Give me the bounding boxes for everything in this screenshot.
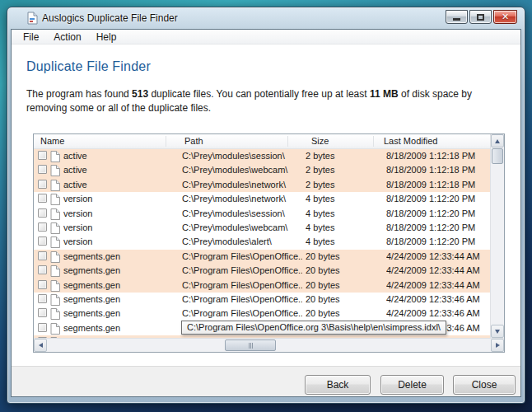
file-name: segments.gen xyxy=(63,294,179,304)
row-checkbox[interactable] xyxy=(38,323,47,332)
table-row[interactable]: segments.gen C:\Program Files\OpenOffice… xyxy=(34,307,490,321)
file-size: 20 bytes xyxy=(306,308,380,318)
table-row[interactable]: segments.gen C:\Program Files\OpenOffice… xyxy=(34,293,490,307)
file-modified: 8/18/2009 1:12:18 PM xyxy=(386,180,490,190)
file-path: C:\Program Files\OpenOffice.... xyxy=(182,265,302,275)
file-icon xyxy=(50,180,60,193)
table-header: Name Path Size Last Modified xyxy=(34,134,490,149)
app-window: Auslogics Duplicate File Finder ✕ File A… xyxy=(7,7,525,404)
file-icon xyxy=(50,294,60,307)
table-row[interactable]: segments.gen C:\Program Files\OpenOffice… xyxy=(34,264,490,278)
file-path: C:\Prey\modules\alert\ xyxy=(182,236,302,246)
row-checkbox[interactable] xyxy=(38,280,47,289)
row-checkbox[interactable] xyxy=(38,194,47,203)
file-modified: 8/18/2009 1:12:20 PM xyxy=(386,194,490,204)
column-header-path[interactable]: Path xyxy=(184,136,203,146)
row-checkbox[interactable] xyxy=(38,165,47,174)
horizontal-scrollbar[interactable] xyxy=(34,338,504,352)
file-path: C:\Program Files\OpenOffice.... xyxy=(182,251,302,261)
arrow-up-icon xyxy=(495,139,500,143)
row-checkbox[interactable] xyxy=(38,208,47,218)
row-checkbox[interactable] xyxy=(38,265,47,274)
file-icon xyxy=(50,151,60,164)
column-header-name[interactable]: Name xyxy=(40,136,64,146)
table-row[interactable]: version C:\Prey\modules\alert\ 4 bytes 8… xyxy=(34,235,490,249)
maximize-button[interactable] xyxy=(469,10,492,24)
column-divider[interactable] xyxy=(287,136,288,147)
page-title: Duplicate File Finder xyxy=(26,59,151,74)
file-size: 2 bytes xyxy=(306,165,380,175)
minimize-button[interactable] xyxy=(446,10,468,24)
title-bar[interactable]: Auslogics Duplicate File Finder ✕ xyxy=(7,7,525,29)
path-tooltip: C:\Program Files\OpenOffice.org 3\Basis\… xyxy=(181,321,446,335)
app-icon xyxy=(26,12,39,28)
file-path: C:\Prey\modules\network\ xyxy=(182,180,302,190)
file-icon xyxy=(50,280,60,293)
file-path: C:\Prey\modules\network\ xyxy=(182,194,302,204)
delete-button[interactable]: Delete xyxy=(380,375,444,395)
scroll-up-button[interactable] xyxy=(491,134,504,147)
file-icon xyxy=(50,251,60,265)
file-name: active xyxy=(63,165,179,175)
file-path: C:\Prey\modules\webcam\ xyxy=(182,165,302,175)
file-size: 20 bytes xyxy=(306,280,380,290)
file-name: segments.gen xyxy=(63,308,179,318)
scroll-right-button[interactable] xyxy=(491,339,504,352)
file-modified: 8/18/2009 1:12:20 PM xyxy=(386,222,490,232)
file-name: version xyxy=(63,222,179,232)
table-row[interactable]: segments.gen C:\Program Files\OpenOffice… xyxy=(34,250,490,264)
file-size: 4 bytes xyxy=(306,222,380,232)
row-checkbox[interactable] xyxy=(38,308,47,317)
file-modified: 4/24/2009 12:33:46 AM xyxy=(386,308,490,318)
file-icon xyxy=(50,236,60,250)
table-row[interactable]: active C:\Prey\modules\network\ 2 bytes … xyxy=(34,178,490,192)
menu-action[interactable]: Action xyxy=(47,30,87,44)
summary-text: The program has found 513 duplicate file… xyxy=(26,87,509,115)
scroll-down-button[interactable] xyxy=(491,325,504,338)
scroll-left-button[interactable] xyxy=(34,339,47,352)
window-title: Auslogics Duplicate File Finder xyxy=(42,12,178,24)
file-size: 4 bytes xyxy=(306,208,380,218)
close-dialog-button[interactable]: Close xyxy=(453,375,516,395)
file-modified: 4/24/2009 12:33:46 AM xyxy=(386,294,490,304)
back-button[interactable]: Back xyxy=(305,375,371,395)
column-divider[interactable] xyxy=(166,136,166,147)
table-row[interactable]: version C:\Prey\modules\webcam\ 4 bytes … xyxy=(34,221,490,235)
file-modified: 8/18/2009 1:12:20 PM xyxy=(386,208,490,218)
file-name: version xyxy=(63,208,179,218)
row-checkbox[interactable] xyxy=(38,180,47,189)
file-size: 4 bytes xyxy=(306,236,380,246)
file-name: segments.gen xyxy=(63,323,179,333)
horizontal-scroll-thumb[interactable] xyxy=(225,339,276,351)
file-modified: 4/24/2009 12:33:44 AM xyxy=(386,265,490,275)
close-button[interactable]: ✕ xyxy=(493,10,517,24)
file-path: C:\Prey\modules\webcam\ xyxy=(182,222,302,232)
column-header-size[interactable]: Size xyxy=(311,136,329,146)
file-path: C:\Prey\modules\session\ xyxy=(182,208,302,218)
file-name: active xyxy=(63,180,179,190)
duplicate-count: 513 xyxy=(132,88,148,100)
vertical-scrollbar[interactable] xyxy=(490,134,504,338)
file-name: segments.gen xyxy=(63,265,179,275)
client-area: File Action Help Duplicate File Finder T… xyxy=(11,29,521,397)
row-checkbox[interactable] xyxy=(38,236,47,246)
file-size: 20 bytes xyxy=(306,265,380,275)
row-checkbox[interactable] xyxy=(38,222,47,232)
file-icon xyxy=(50,165,60,178)
file-modified: 4/24/2009 12:33:44 AM xyxy=(386,280,490,290)
table-row[interactable]: active C:\Prey\modules\session\ 2 bytes … xyxy=(34,149,490,163)
row-checkbox[interactable] xyxy=(38,294,47,303)
row-checkbox[interactable] xyxy=(38,251,47,260)
column-header-modified[interactable]: Last Modified xyxy=(384,136,437,146)
menu-help[interactable]: Help xyxy=(90,30,124,44)
file-icon xyxy=(50,265,60,279)
table-row[interactable]: segments.gen C:\Program Files\OpenOffice… xyxy=(34,279,490,293)
column-divider[interactable] xyxy=(373,136,374,147)
row-checkbox[interactable] xyxy=(38,151,47,160)
table-row[interactable]: active C:\Prey\modules\webcam\ 2 bytes 8… xyxy=(34,163,490,177)
menu-bar: File Action Help xyxy=(12,30,520,44)
table-row[interactable]: version C:\Prey\modules\network\ 4 bytes… xyxy=(34,192,490,206)
vertical-scroll-thumb[interactable] xyxy=(492,148,503,164)
menu-file[interactable]: File xyxy=(16,30,45,44)
table-row[interactable]: version C:\Prey\modules\session\ 4 bytes… xyxy=(34,207,490,221)
